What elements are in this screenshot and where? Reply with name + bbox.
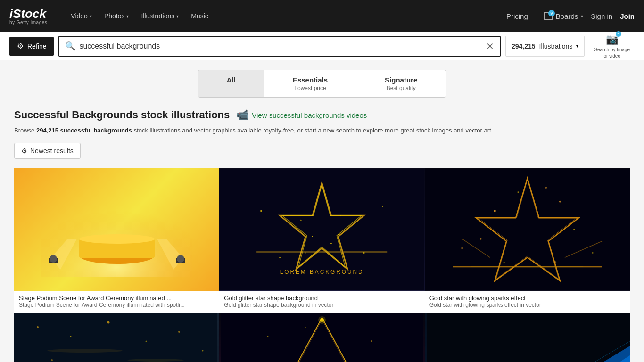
svg-point-60: [318, 316, 326, 324]
video-link-text[interactable]: View successful backgrounds videos: [252, 111, 367, 119]
search-input[interactable]: [79, 42, 482, 50]
tab-essentials[interactable]: Essentials Lowest price: [264, 70, 356, 97]
nav-video[interactable]: Video ▾: [66, 8, 97, 24]
image-grid: Stage Podium Scene for Award Ceremony il…: [14, 168, 630, 313]
boards-button[interactable]: 9 Boards ▾: [544, 12, 584, 20]
svg-point-24: [340, 215, 341, 216]
svg-point-48: [178, 331, 180, 333]
nav-divider: [536, 10, 536, 22]
svg-point-63: [305, 327, 306, 328]
grid-caption-3: Gold star with glowing sparks effect Gol…: [425, 291, 630, 313]
header: iStock by Getty Images Video ▾ Photos ▾ …: [0, 0, 644, 32]
video-link[interactable]: 📹 View successful backgrounds videos: [236, 109, 367, 121]
camera-badge: +: [616, 31, 621, 37]
boards-label: Boards: [556, 12, 578, 20]
chevron-down-icon: ▾: [126, 14, 129, 19]
svg-point-23: [338, 233, 339, 234]
svg-point-37: [517, 191, 519, 193]
grid-item-2-title: Gold glitter star shape background: [224, 295, 420, 302]
svg-point-21: [330, 243, 332, 244]
svg-point-17: [363, 252, 365, 254]
refine-label: Refine: [27, 42, 46, 50]
svg-text:LOREM BACKGROUND: LOREM BACKGROUND: [280, 268, 364, 275]
bottom-item-1[interactable]: [14, 313, 219, 362]
svg-point-35: [592, 252, 593, 253]
desc-keyword: successful backgrounds: [60, 127, 132, 134]
svg-rect-26: [425, 169, 630, 290]
grid-caption-1: Stage Podium Scene for Award Ceremony il…: [14, 291, 219, 313]
tab-signature-sublabel: Best quality: [387, 85, 416, 91]
bottom-item-2[interactable]: [219, 313, 424, 362]
nav-photos[interactable]: Photos ▾: [99, 8, 134, 24]
pricing-link[interactable]: Pricing: [506, 12, 528, 20]
illustration-2: LOREM BACKGROUND: [219, 168, 424, 291]
sort-row: ⚙ Newest results: [14, 143, 630, 159]
svg-rect-64: [427, 313, 630, 362]
svg-point-36: [461, 247, 463, 249]
content-area: All Essentials Lowest price Signature Be…: [0, 60, 644, 362]
svg-point-15: [260, 210, 262, 212]
illustration-3: [425, 168, 630, 291]
logo[interactable]: iStock by Getty Images: [9, 8, 47, 25]
grid-item-1-title: Stage Podium Scene for Award Ceremony il…: [19, 295, 215, 302]
tab-group: All Essentials Lowest price Signature Be…: [198, 70, 446, 98]
nav-music[interactable]: Music: [186, 8, 213, 24]
grid-item-2[interactable]: LOREM BACKGROUND Gold glitter star shape…: [219, 168, 424, 313]
svg-rect-43: [14, 313, 217, 362]
nav-right: Pricing 9 Boards ▾ Sign in Join: [506, 10, 635, 22]
sort-icon: ⚙: [21, 147, 27, 155]
svg-point-61: [267, 336, 268, 337]
chevron-down-icon: ▾: [90, 14, 92, 19]
grid-item-3[interactable]: Gold star with glowing sparks effect Gol…: [425, 168, 630, 313]
grid-item-3-sub: Gold star with glowing sparks effect in …: [429, 302, 625, 311]
grid-item-3-title: Gold star with glowing sparks effect: [429, 295, 625, 302]
svg-point-38: [545, 186, 547, 188]
description: Browse 294,215 successful backgrounds st…: [14, 126, 630, 135]
chevron-down-icon: ▾: [576, 43, 578, 49]
page-title: Successful Backgrounds stock illustratio…: [14, 109, 230, 121]
results-count: 294,215: [512, 42, 536, 50]
search-by-image-button[interactable]: 📷 + Search by Imageor video: [589, 31, 635, 61]
svg-point-9: [177, 255, 184, 263]
svg-point-32: [559, 200, 561, 202]
svg-point-33: [573, 229, 575, 230]
desc-count: 294,215: [36, 127, 58, 134]
svg-point-18: [279, 256, 281, 258]
sort-button[interactable]: ⚙ Newest results: [14, 143, 81, 159]
svg-point-46: [107, 321, 110, 323]
sign-in-link[interactable]: Sign in: [591, 12, 612, 20]
grid-caption-2: Gold glitter star shape background Gold …: [219, 291, 424, 313]
desc-post: stock illustrations and vector graphics …: [132, 127, 493, 134]
video-camera-icon: 📹: [236, 109, 249, 121]
bottom-item-3[interactable]: [425, 313, 630, 362]
svg-point-22: [305, 252, 306, 253]
svg-point-45: [70, 336, 72, 337]
join-button[interactable]: Join: [620, 12, 635, 20]
tab-signature-label: Signature: [385, 76, 417, 84]
search-input-area: 🔍 ✕: [58, 36, 501, 57]
svg-point-62: [371, 340, 372, 342]
collection-tabs: All Essentials Lowest price Signature Be…: [14, 70, 630, 98]
clear-icon[interactable]: ✕: [486, 41, 494, 52]
bottom-row: [14, 313, 630, 362]
svg-point-39: [503, 261, 504, 263]
svg-point-55: [127, 359, 184, 362]
bottom-illustration-1: [14, 313, 219, 362]
grid-item-2-sub: Gold glitter star shape background in ve…: [224, 302, 420, 311]
content-type-dropdown: Illustrations: [539, 42, 573, 50]
svg-point-40: [554, 261, 556, 263]
search-bar: ⚙ Refine 🔍 ✕ 294,215 Illustrations ▾ 📷 +…: [0, 32, 644, 60]
nav-illustrations[interactable]: Illustrations ▾: [136, 8, 183, 24]
svg-point-34: [479, 238, 481, 239]
svg-point-20: [312, 236, 313, 237]
tab-all[interactable]: All: [198, 70, 264, 97]
grid-item-1[interactable]: Stage Podium Scene for Award Ceremony il…: [14, 168, 219, 313]
tab-signature[interactable]: Signature Best quality: [356, 70, 446, 97]
svg-point-54: [47, 349, 123, 353]
svg-point-49: [202, 350, 204, 351]
svg-point-50: [51, 359, 53, 361]
results-count-area[interactable]: 294,215 Illustrations ▾: [505, 36, 585, 57]
tab-essentials-label: Essentials: [293, 76, 328, 84]
search-icon: 🔍: [65, 41, 75, 51]
refine-button[interactable]: ⚙ Refine: [9, 37, 54, 56]
